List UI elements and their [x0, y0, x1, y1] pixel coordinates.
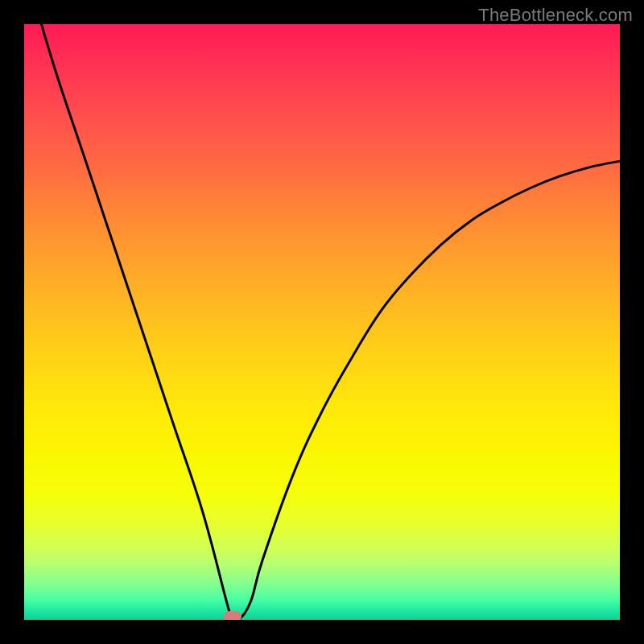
minimum-marker	[224, 611, 242, 620]
chart-container: TheBottleneck.com	[0, 0, 644, 644]
curve-svg	[24, 24, 620, 620]
watermark-text: TheBottleneck.com	[478, 5, 633, 26]
plot-area	[24, 24, 620, 620]
bottleneck-curve	[24, 24, 620, 620]
